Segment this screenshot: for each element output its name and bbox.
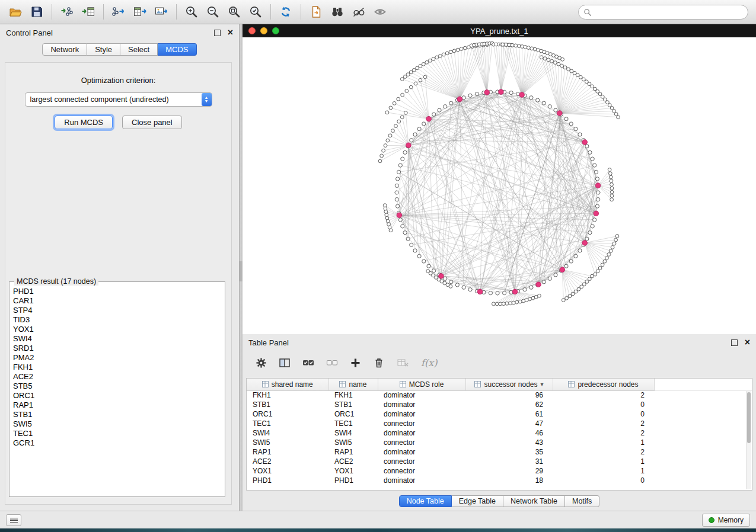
network-leaf-node[interactable] [378,159,382,163]
network-leaf-node[interactable] [400,78,404,81]
network-leaf-node[interactable] [495,302,499,306]
network-leaf-node[interactable] [576,73,579,77]
network-leaf-node[interactable] [419,65,422,68]
network-leaf-node[interactable] [405,89,409,93]
network-node[interactable] [489,291,492,295]
network-leaf-node[interactable] [515,300,519,304]
network-leaf-node[interactable] [560,64,564,68]
network-leaf-node[interactable] [522,299,525,303]
network-leaf-node[interactable] [610,194,614,198]
network-leaf-node[interactable] [606,101,610,104]
network-leaf-node[interactable] [565,296,569,300]
network-node[interactable] [417,254,421,258]
refresh-view-button[interactable] [275,2,296,21]
network-leaf-node[interactable] [570,69,573,73]
column-header-name[interactable]: name [328,379,378,390]
network-leaf-node[interactable] [521,45,524,49]
network-leaf-node[interactable] [605,257,609,260]
network-node[interactable] [523,288,527,291]
tab-edge-table[interactable]: Edge Table [452,495,503,507]
network-node[interactable] [395,198,398,201]
close-panel-button[interactable]: Close panel [122,116,182,129]
task-history-button[interactable] [6,514,21,526]
network-node[interactable] [564,117,568,121]
mcds-result-item[interactable]: STB5 [9,382,225,391]
add-row-icon[interactable] [350,357,361,368]
network-node[interactable] [475,92,479,96]
close-table-panel-icon[interactable]: × [745,339,750,346]
tab-network-table[interactable]: Network Table [503,495,565,507]
network-leaf-node[interactable] [610,198,614,201]
network-leaf-node[interactable] [614,113,618,116]
network-leaf-node[interactable] [593,87,596,91]
network-node[interactable] [594,170,598,174]
network-leaf-node[interactable] [573,71,576,75]
network-leaf-node[interactable] [385,111,389,114]
network-hub-node[interactable] [582,140,588,145]
network-leaf-node[interactable] [385,213,388,217]
network-leaf-node[interactable] [385,216,389,220]
table-row[interactable]: FKH1FKH1dominator962 [247,390,752,400]
network-hub-node[interactable] [536,282,541,287]
network-leaf-node[interactable] [563,66,567,69]
network-leaf-node[interactable] [445,52,449,55]
network-leaf-node[interactable] [547,58,550,62]
mcds-result-item[interactable]: TEC1 [9,429,225,438]
network-node[interactable] [595,204,599,208]
mcds-result-item[interactable]: ACE2 [9,372,225,382]
network-leaf-node[interactable] [511,43,514,47]
network-leaf-node[interactable] [400,116,404,119]
network-leaf-node[interactable] [596,270,599,273]
network-node[interactable] [542,280,546,284]
mcds-result-item[interactable]: STB1 [9,410,225,419]
network-node[interactable] [596,198,600,201]
mcds-result-item[interactable]: RAP1 [9,400,225,410]
column-header-shared-name[interactable]: shared name [247,379,328,390]
network-leaf-node[interactable] [502,302,505,306]
network-hub-node[interactable] [397,213,402,218]
network-hub-node[interactable] [426,116,432,121]
network-titlebar[interactable]: YPA_prune.txt_1 [243,24,756,37]
network-leaf-node[interactable] [514,44,518,47]
delete-row-icon[interactable] [373,357,385,368]
network-node[interactable] [591,157,594,161]
open-session-button[interactable] [5,2,26,21]
table-scrollbar[interactable] [746,391,751,489]
network-leaf-node[interactable] [562,299,565,302]
tab-select[interactable]: Select [120,43,158,56]
network-node[interactable] [444,105,447,108]
network-leaf-node[interactable] [456,48,460,52]
network-node[interactable] [455,283,459,287]
toggle-glasses-button[interactable] [348,2,369,21]
table-row[interactable]: STB1STB1dominator620 [247,400,752,409]
network-leaf-node[interactable] [614,238,618,242]
dropdown-stepper-icon[interactable]: ▲ ▼ [202,93,212,106]
close-panel-icon[interactable]: × [228,29,233,36]
zoom-fit-button[interactable] [224,2,245,21]
tab-network[interactable]: Network [42,43,87,56]
mcds-result-item[interactable]: PMA2 [9,353,225,363]
network-leaf-node[interactable] [404,111,407,115]
network-hub-node[interactable] [560,267,565,273]
network-node[interactable] [395,191,398,194]
deselect-all-icon[interactable] [326,357,338,368]
network-hub-node[interactable] [477,289,483,294]
network-leaf-node[interactable] [543,57,547,60]
mcds-result-item[interactable]: TID3 [9,315,225,325]
export-table-button[interactable] [129,2,151,21]
network-leaf-node[interactable] [610,183,614,187]
table-scrollbar-thumb[interactable] [747,392,751,443]
network-leaf-node[interactable] [609,175,613,179]
network-leaf-node[interactable] [409,85,413,89]
network-leaf-node[interactable] [425,60,429,64]
network-leaf-node[interactable] [610,187,614,190]
network-leaf-node[interactable] [389,106,393,110]
network-leaf-node[interactable] [585,280,589,284]
network-leaf-node[interactable] [499,302,502,306]
network-leaf-node[interactable] [613,242,616,245]
network-leaf-node[interactable] [561,57,564,61]
network-node[interactable] [578,249,582,252]
import-network-button[interactable] [56,2,78,21]
network-node[interactable] [427,264,430,268]
network-leaf-node[interactable] [579,75,582,79]
